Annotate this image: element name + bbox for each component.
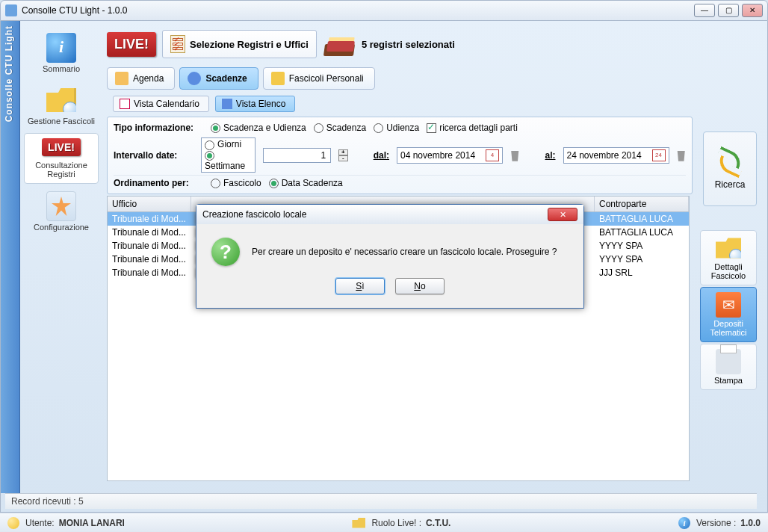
folder-icon xyxy=(352,518,365,528)
cell-controparte: YYYY SPA xyxy=(595,239,689,253)
radio-giorni[interactable]: Giorni xyxy=(205,139,252,149)
date-from-input[interactable] xyxy=(400,150,483,161)
radio-scadenza[interactable]: Scadenza xyxy=(314,123,366,133)
sidebar-item-label: Configurazione xyxy=(27,223,96,232)
sidebar-item-sommario[interactable]: Sommario xyxy=(24,28,99,78)
tab-scadenze[interactable]: Scadenze xyxy=(179,67,258,90)
window-title: Consolle CTU Light - 1.0.0 xyxy=(22,5,127,16)
subtab-vista-calendario[interactable]: Vista Calendario xyxy=(113,96,209,112)
action-label: Stampa xyxy=(702,376,755,385)
radio-ord-fascicolo[interactable]: Fascicolo xyxy=(211,178,261,188)
calendar-from-icon[interactable]: 4 xyxy=(486,149,499,161)
cell-ufficio: Tribunale di Mod... xyxy=(108,226,191,239)
checkbox-ricerca-dettagli[interactable]: ricerca dettagli parti xyxy=(427,123,518,133)
button-label: Selezione Registri e Uffici xyxy=(190,39,309,50)
tab-fascicoli-personali[interactable]: Fascicoli Personali xyxy=(263,67,375,90)
status-versione: 1.0.0 xyxy=(740,518,761,528)
ricerca-button[interactable]: Ricerca xyxy=(703,132,757,206)
title-bar: Consolle CTU Light - 1.0.0 — ▢ ✕ xyxy=(0,0,768,21)
subtab-label: Vista Calendario xyxy=(134,99,199,109)
radio-ord-data[interactable]: Data Scadenza xyxy=(269,178,343,188)
action-label: Depositi Telematici xyxy=(702,319,755,337)
clear-from-icon[interactable] xyxy=(510,149,519,161)
printer-icon xyxy=(716,349,741,374)
status-label: Ruolo Live! : xyxy=(371,518,421,528)
al-label: al: xyxy=(545,150,555,161)
status-utente: MONIA LANARI xyxy=(59,518,125,528)
dialog-title: Creazione fascicolo locale xyxy=(202,209,306,220)
tab-label: Agenda xyxy=(133,73,164,84)
folder-search-icon xyxy=(46,85,76,115)
window-close-button[interactable]: ✕ xyxy=(742,4,763,17)
cell-ufficio: Tribunale di Mod... xyxy=(108,266,191,279)
intervallo-label: Intervallo date: xyxy=(114,150,193,161)
calendar-icon xyxy=(120,99,130,109)
clear-to-icon[interactable] xyxy=(677,149,686,161)
dialog-no-button[interactable]: No xyxy=(395,278,445,294)
records-footer: Record ricevuti : 5 xyxy=(5,493,757,509)
minimize-button[interactable]: — xyxy=(694,4,715,17)
sidebar-item-consultazione-registri[interactable]: LIVE! Consultazione Registri xyxy=(24,133,99,184)
dialog-close-button[interactable]: ✕ xyxy=(548,208,577,221)
sidebar-item-configurazione[interactable]: Configurazione xyxy=(24,187,99,236)
tab-agenda[interactable]: Agenda xyxy=(107,67,175,90)
app-icon xyxy=(5,4,17,16)
action-dettagli-fascicolo[interactable]: Dettagli Fascicolo xyxy=(700,230,757,285)
cell-ufficio: Tribunale di Mod... xyxy=(108,239,191,253)
selezione-registri-button[interactable]: Selezione Registri e Uffici xyxy=(162,30,317,58)
checklist-icon xyxy=(170,35,185,53)
sidebar: Sommario Gestione Fascicoli LIVE! Consul… xyxy=(20,21,102,493)
cell-controparte: JJJ SRL xyxy=(595,266,689,279)
dialog-creazione-fascicolo: Creazione fascicolo locale ✕ ? Per crear… xyxy=(196,204,584,309)
subtab-vista-elenco[interactable]: Vista Elenco xyxy=(215,96,296,112)
dialog-message: Per creare un deposito e' necessario cre… xyxy=(252,247,557,257)
info-icon xyxy=(46,33,76,63)
tab-label: Fascicoli Personali xyxy=(289,73,364,84)
date-to-input[interactable] xyxy=(567,150,649,161)
col-ufficio[interactable]: Ufficio xyxy=(108,197,191,211)
tab-label: Scadenze xyxy=(205,73,247,84)
status-ruolo: C.T.U. xyxy=(426,518,450,528)
dialog-yes-button[interactable]: Sì xyxy=(335,278,385,294)
live-badge: LIVE! xyxy=(107,32,156,57)
cell-ufficio: Tribunale di Mod... xyxy=(108,253,191,266)
registri-count: 5 registri selezionati xyxy=(362,39,455,50)
intervallo-value[interactable]: 1 xyxy=(263,148,331,163)
action-stampa[interactable]: Stampa xyxy=(700,344,757,390)
sidebar-item-label: Consultazione Registri xyxy=(28,161,95,179)
tipo-label: Tipo informazione: xyxy=(114,123,203,133)
ricerca-label: Ricerca xyxy=(715,179,746,190)
sidebar-item-label: Sommario xyxy=(27,64,96,73)
vertical-app-strip: Consolle CTU Light xyxy=(1,21,20,493)
books-icon xyxy=(323,32,356,56)
list-icon xyxy=(222,99,232,109)
cell-ufficio: Tribunale di Mod... xyxy=(108,212,191,226)
user-icon xyxy=(7,517,19,529)
status-bar: Utente: MONIA LANARI Ruolo Live! : C.T.U… xyxy=(0,513,768,532)
maximize-button[interactable]: ▢ xyxy=(718,4,739,17)
info-icon: i xyxy=(678,517,690,529)
envelope-icon xyxy=(716,292,741,318)
calendar-to-icon[interactable]: 24 xyxy=(652,149,666,161)
radio-scadenza-udienza[interactable]: Scadenza e Udienza xyxy=(211,123,306,133)
col-controparte[interactable]: Controparte xyxy=(595,197,689,211)
folder-icon xyxy=(271,72,285,85)
radio-settimane[interactable]: Settimane xyxy=(205,150,252,171)
radio-udienza[interactable]: Udienza xyxy=(374,123,419,133)
ordinamento-label: Ordinamento per: xyxy=(114,178,203,188)
sidebar-item-label: Gestione Fascicoli xyxy=(27,117,96,126)
status-label: Versione : xyxy=(696,518,736,528)
cell-controparte: BATTAGLIA LUCA xyxy=(595,226,689,239)
vertical-app-label: Consolle CTU Light xyxy=(4,25,14,122)
intervallo-spinner[interactable]: +- xyxy=(338,149,347,161)
cell-controparte: YYYY SPA xyxy=(595,253,689,266)
question-icon: ? xyxy=(211,238,240,266)
settings-icon xyxy=(46,191,76,221)
refresh-icon xyxy=(716,148,744,176)
action-depositi-telematici[interactable]: Depositi Telematici xyxy=(700,287,757,342)
status-label: Utente: xyxy=(25,518,55,528)
subtab-label: Vista Elenco xyxy=(236,99,286,109)
folder-search-icon xyxy=(716,235,741,261)
filter-panel: Tipo informazione: Scadenza e Udienza Sc… xyxy=(107,117,693,194)
sidebar-item-gestione-fascicoli[interactable]: Gestione Fascicoli xyxy=(24,81,99,130)
